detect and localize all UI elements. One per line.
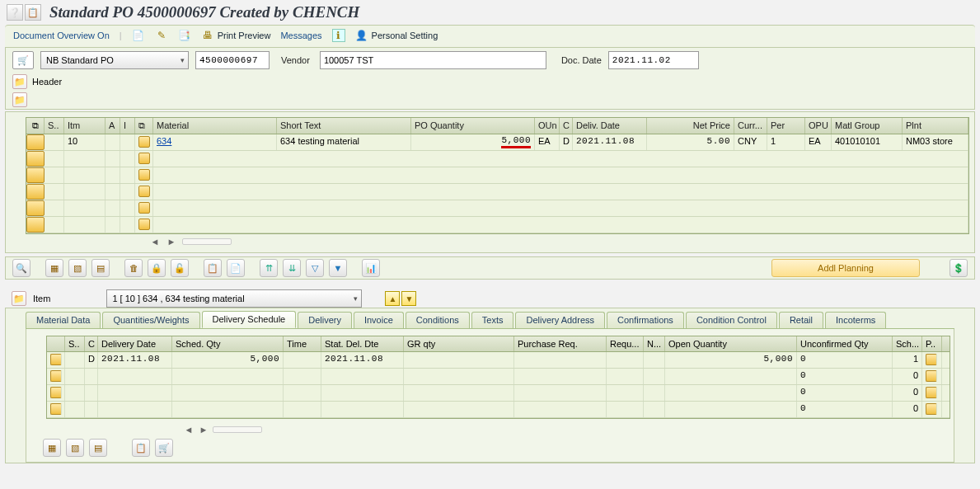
po-number-field[interactable]: 4500000697 bbox=[195, 51, 270, 69]
tab-texts[interactable]: Texts bbox=[471, 312, 514, 328]
row-selector[interactable] bbox=[50, 354, 62, 365]
table-row-empty[interactable] bbox=[26, 184, 968, 200]
sort-asc-icon[interactable]: ⇈ bbox=[260, 259, 278, 277]
row-selector[interactable] bbox=[26, 167, 45, 183]
copy-icon[interactable]: 📋 bbox=[204, 259, 222, 277]
copy-icon[interactable]: 📋 bbox=[25, 4, 41, 21]
material-selector-icon[interactable] bbox=[138, 202, 150, 214]
select-all-icon[interactable]: ▦ bbox=[45, 259, 63, 277]
cell-plnt[interactable]: NM03 store bbox=[903, 134, 968, 150]
scroll-left-icon[interactable]: ◄ bbox=[183, 424, 195, 435]
col-shorttext[interactable]: Short Text bbox=[277, 118, 411, 134]
cell-per[interactable]: 1 bbox=[767, 134, 805, 150]
price-sim-icon[interactable]: 💲 bbox=[950, 259, 968, 277]
scol-grqty[interactable]: GR qty bbox=[404, 336, 514, 351]
col-per[interactable]: Per bbox=[767, 118, 805, 134]
item-dropdown[interactable]: 1 [ 10 ] 634 , 634 testing material bbox=[106, 289, 362, 308]
doc-date-field[interactable]: 2021.11.02 bbox=[608, 51, 699, 69]
col-itm[interactable]: Itm bbox=[64, 118, 106, 134]
col-curr[interactable]: Curr... bbox=[734, 118, 767, 134]
table-row-empty[interactable] bbox=[26, 200, 968, 217]
help-icon[interactable]: ❔ bbox=[7, 4, 23, 21]
material-selector-icon[interactable] bbox=[138, 153, 150, 164]
tab-delivery-schedule[interactable]: Delivery Schedule bbox=[202, 311, 297, 328]
copy-icon[interactable]: 📋 bbox=[132, 439, 150, 457]
prev-item-icon[interactable]: ▲ bbox=[385, 291, 400, 306]
print-preview-button[interactable]: 🖶 Print Preview bbox=[201, 29, 271, 42]
col-delivdate[interactable]: Deliv. Date bbox=[573, 118, 647, 134]
scroll-left-icon[interactable]: ◄ bbox=[149, 236, 161, 247]
tab-delivery[interactable]: Delivery bbox=[298, 312, 352, 328]
row-selector[interactable] bbox=[50, 370, 62, 382]
delete-icon[interactable]: 🗑 bbox=[124, 259, 143, 277]
expand-header-icon[interactable]: 📁 bbox=[12, 74, 27, 89]
tab-retail[interactable]: Retail bbox=[779, 312, 823, 328]
col-poqty[interactable]: PO Quantity bbox=[411, 118, 535, 134]
create-icon[interactable]: 📄 bbox=[132, 29, 145, 42]
messages-button[interactable]: Messages bbox=[280, 31, 321, 40]
scroll-right-icon[interactable]: ► bbox=[166, 236, 177, 247]
cart-icon[interactable]: 🛒 bbox=[155, 439, 173, 457]
row-selector[interactable] bbox=[26, 200, 45, 216]
material-selector-icon[interactable] bbox=[138, 219, 150, 230]
scol-statdeldte[interactable]: Stat. Del. Dte bbox=[321, 336, 404, 351]
cart-icon[interactable]: 🛒 bbox=[12, 51, 34, 69]
scroll-right-icon[interactable]: ► bbox=[198, 424, 209, 435]
deselect-all-icon[interactable]: ▧ bbox=[66, 439, 84, 457]
col-opu[interactable]: OPU bbox=[805, 118, 832, 134]
cell-matlgroup[interactable]: 401010101 bbox=[832, 134, 903, 150]
tab-quantities-weights[interactable]: Quantities/Weights bbox=[102, 312, 199, 328]
info-icon[interactable]: ℹ bbox=[332, 29, 345, 42]
row-selector[interactable] bbox=[26, 134, 45, 150]
row-selector[interactable] bbox=[50, 387, 62, 398]
expand-items-icon[interactable]: 📁 bbox=[12, 92, 27, 107]
scol-unconf[interactable]: Unconfirmed Qty bbox=[797, 336, 893, 351]
select-all-icon[interactable]: ▦ bbox=[43, 439, 61, 457]
row-end-icon[interactable] bbox=[926, 387, 937, 398]
deselect-all-icon[interactable]: ▧ bbox=[68, 259, 87, 277]
col-netprice[interactable]: Net Price bbox=[647, 118, 734, 134]
row-selector[interactable] bbox=[26, 184, 45, 200]
col-select-material-icon[interactable]: ⧉ bbox=[135, 118, 153, 134]
sched-select-all[interactable] bbox=[47, 336, 65, 351]
unlock-icon[interactable]: 🔓 bbox=[171, 259, 189, 277]
cell-itm[interactable]: 10 bbox=[64, 134, 106, 150]
cell-poqty[interactable]: 5,000 bbox=[501, 136, 531, 148]
scol-delivdate[interactable]: Delivery Date bbox=[98, 336, 172, 351]
col-material[interactable]: Material bbox=[153, 118, 277, 134]
table-row-empty[interactable] bbox=[26, 167, 968, 184]
vendor-field[interactable]: 100057 TST bbox=[320, 51, 546, 69]
scol-s[interactable]: S.. bbox=[65, 336, 85, 351]
scol-time[interactable]: Time bbox=[284, 336, 321, 351]
doc-overview-button[interactable]: Document Overview On bbox=[13, 31, 110, 40]
scol-openqty[interactable]: Open Quantity bbox=[665, 336, 797, 351]
cell-curr[interactable]: CNY bbox=[734, 134, 767, 150]
addl-planning-button[interactable]: Addl Planning bbox=[771, 259, 920, 277]
row-selector[interactable] bbox=[26, 151, 45, 167]
material-selector-icon[interactable] bbox=[138, 136, 150, 148]
personal-setting-button[interactable]: 👤 Personal Setting bbox=[355, 29, 438, 42]
lock-icon[interactable]: 🔒 bbox=[148, 259, 166, 277]
material-selector-icon[interactable] bbox=[138, 169, 150, 181]
cell-material[interactable]: 634 bbox=[153, 134, 277, 150]
schedule-row[interactable]: 0 0 bbox=[47, 369, 950, 385]
col-oun[interactable]: OUn bbox=[535, 118, 560, 134]
schedule-row[interactable]: D 2021.11.08 5,000 2021.11.08 5,000 0 1 bbox=[47, 352, 950, 369]
tab-conditions[interactable]: Conditions bbox=[406, 312, 470, 328]
col-c[interactable]: C bbox=[560, 118, 573, 134]
select-all-header[interactable]: ⧉ bbox=[26, 118, 45, 134]
cell-oun[interactable]: EA bbox=[535, 134, 560, 150]
col-i[interactable]: I bbox=[120, 118, 135, 134]
cell-netprice[interactable]: 5.00 bbox=[647, 134, 734, 150]
cell-opu[interactable]: EA bbox=[805, 134, 832, 150]
tab-delivery-address[interactable]: Delivery Address bbox=[515, 312, 605, 328]
schedule-row[interactable]: 0 0 bbox=[47, 385, 950, 402]
tab-confirmations[interactable]: Confirmations bbox=[607, 312, 684, 328]
row-selector[interactable] bbox=[50, 403, 62, 415]
row-end-icon[interactable] bbox=[926, 370, 937, 382]
table-row-empty[interactable] bbox=[26, 217, 968, 233]
row-end-icon[interactable] bbox=[926, 354, 937, 365]
filter-off-icon[interactable]: ▼ bbox=[329, 259, 347, 277]
tab-invoice[interactable]: Invoice bbox=[354, 312, 404, 328]
row-selector[interactable] bbox=[26, 217, 45, 233]
